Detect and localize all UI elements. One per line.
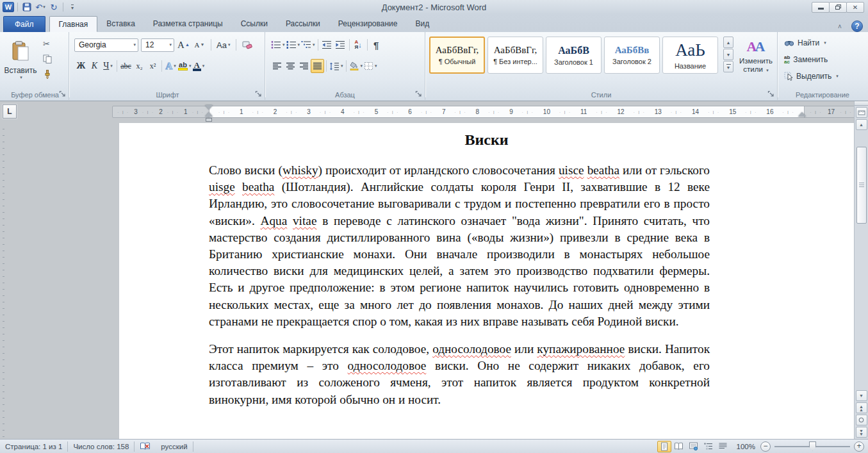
draft-view-button[interactable] [716,441,730,452]
tab-view[interactable]: Вид [406,16,438,32]
restore-button[interactable] [829,2,847,13]
web-layout-view-button[interactable] [687,441,701,452]
increase-indent-button[interactable] [334,38,347,52]
paragraph[interactable]: Этот напиток маркируется как солодовое, … [209,341,710,408]
highlight-dropdown-icon[interactable]: ▾ [189,63,192,69]
multilevel-list-button[interactable]: ▾ [300,38,316,52]
split-window-handle[interactable] [855,101,868,106]
help-button[interactable]: ? [851,21,863,32]
clipboard-dialog-launcher[interactable] [59,90,67,98]
tab-references[interactable]: Ссылки [232,16,277,32]
customize-qat-button[interactable]: ▾ [67,1,78,13]
replace-button[interactable]: abас Заменить [784,55,828,64]
bold-button[interactable]: Ж [74,59,88,73]
document-page[interactable]: Виски Слово виски (whisky) происходит от… [119,123,854,439]
scrollbar-thumb[interactable] [856,147,867,224]
line-spacing-dropdown-icon[interactable]: ▾ [341,63,343,69]
styles-scroll-up-button[interactable]: ▲ [723,37,733,48]
borders-button[interactable]: ▾ [363,59,378,73]
left-indent-marker[interactable] [206,118,212,122]
line-spacing-button[interactable]: ▾ [329,59,344,73]
full-screen-reading-view-button[interactable] [672,441,686,452]
shading-button[interactable]: ▾ [348,59,364,73]
copy-button[interactable] [41,53,58,65]
word-count-indicator[interactable]: Число слов: 158 [68,440,134,453]
styles-dialog-launcher[interactable] [767,90,775,98]
zoom-slider-track[interactable] [774,446,850,447]
decrease-indent-button[interactable] [320,38,334,52]
tab-review[interactable]: Рецензирование [329,16,407,32]
superscript-button[interactable]: х² [146,59,160,73]
document-title-text[interactable]: Виски [119,131,854,149]
select-dropdown-icon[interactable]: ▾ [836,74,839,79]
undo-dropdown-icon[interactable]: ▾ [43,4,45,10]
scroll-up-button[interactable]: ▲ [856,119,867,130]
italic-button[interactable]: К [88,59,101,73]
strikethrough-button[interactable]: abc [119,59,133,73]
style-heading2[interactable]: АаБбВв Заголовок 2 [604,37,660,74]
vertical-ruler[interactable] [0,123,7,439]
find-button[interactable]: Найти ▾ [784,38,826,47]
zoom-out-button[interactable]: − [760,441,771,452]
word-app-icon[interactable]: W [3,2,14,12]
styles-gallery-more-button[interactable]: ▼ [723,61,733,72]
first-line-indent-marker[interactable] [205,105,213,110]
outline-view-button[interactable] [701,441,716,452]
find-dropdown-icon[interactable]: ▾ [824,40,826,45]
select-button[interactable]: Выделить ▾ [784,72,839,81]
shrink-font-button[interactable]: А▼ [193,38,206,52]
language-indicator[interactable]: русский [156,440,192,453]
redo-button[interactable]: ↻ [48,1,60,13]
minimize-button[interactable] [812,2,830,13]
text-effects-dropdown-icon[interactable]: ▾ [174,63,176,69]
underline-button[interactable]: Ч▾ [101,59,115,73]
change-case-button[interactable]: Аа▾ [216,38,231,52]
close-button[interactable]: ✕ [846,2,864,13]
zoom-slider-thumb[interactable] [809,441,816,451]
styles-scroll-down-button[interactable]: ▼ [723,49,733,60]
paste-button[interactable]: Вставить ▾ [5,36,36,88]
ruler-toggle-button[interactable] [856,107,867,118]
align-center-button[interactable] [284,59,297,73]
print-layout-view-button[interactable] [657,441,671,452]
numbering-dropdown-icon[interactable]: ▾ [298,42,300,47]
cut-button[interactable]: ✂ [41,37,58,50]
change-styles-button[interactable]: АА Изменить стили ▾ [737,37,775,89]
font-size-combo[interactable]: 12▾ [141,38,174,52]
zoom-in-button[interactable]: + [854,441,864,452]
tab-mailings[interactable]: Рассылки [277,16,329,32]
collapse-ribbon-button[interactable]: ˄ [833,21,846,31]
clear-formatting-button[interactable] [241,38,254,52]
multilevel-dropdown-icon[interactable]: ▾ [313,42,315,47]
hanging-indent-marker[interactable] [205,112,213,117]
save-button[interactable] [21,1,33,13]
paragraph-dialog-launcher[interactable] [415,90,423,98]
align-left-button[interactable] [270,59,284,73]
underline-dropdown-icon[interactable]: ▾ [110,63,113,69]
zoom-level-indicator[interactable]: 100% [737,443,755,450]
style-normal[interactable]: АаБбВвГг, ¶ Обычный [429,37,485,74]
tab-stop-selector[interactable]: L [3,104,17,119]
sort-button[interactable]: АЯ↓ [352,38,365,52]
style-no-spacing[interactable]: АаБбВвГг, ¶ Без интер... [487,37,543,74]
undo-button[interactable]: ↶▾ [35,1,46,13]
bullets-button[interactable]: ▾ [270,38,286,52]
scroll-down-button[interactable]: ▼ [856,390,867,401]
style-title[interactable]: АаЬ Название [662,37,718,74]
highlight-button[interactable]: ab▾ [177,59,192,73]
show-paragraph-marks-button[interactable]: ¶ [370,38,383,52]
paste-dropdown-icon[interactable]: ▾ [20,75,22,80]
paragraph[interactable]: Слово виски (whisky) происходит от ирлан… [209,162,710,330]
proofing-status-button[interactable] [135,440,156,453]
font-name-dropdown-icon[interactable]: ▾ [131,42,136,47]
page-count-indicator[interactable]: Страница: 1 из 1 [0,440,67,453]
right-indent-marker[interactable] [798,112,806,117]
scrollbar-track[interactable] [856,131,867,389]
tab-insert[interactable]: Вставка [97,16,144,32]
tab-file[interactable]: Файл [3,16,45,32]
next-page-button[interactable]: ▼▼ [856,427,867,438]
tab-page-layout[interactable]: Разметка страницы [144,16,232,32]
font-size-dropdown-icon[interactable]: ▾ [167,42,172,47]
shading-dropdown-icon[interactable]: ▾ [361,63,363,69]
font-name-combo[interactable]: Georgia▾ [74,38,138,52]
